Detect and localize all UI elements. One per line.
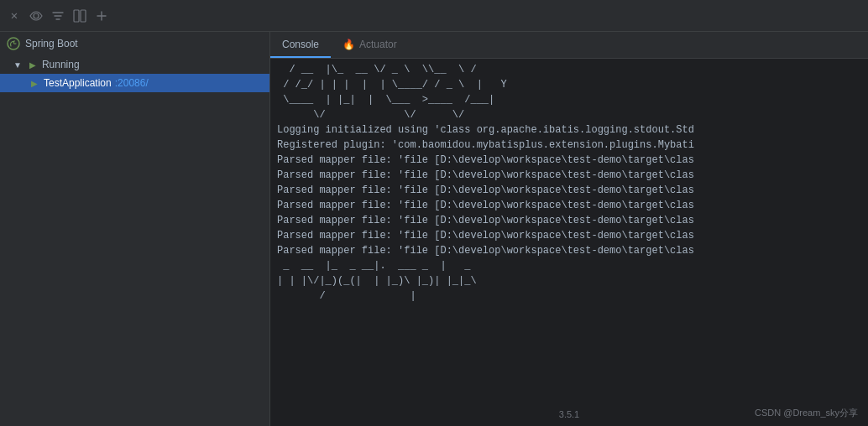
- ascii-line-1: / __ |\_ __ \/ _ \ \\__ \ /: [270, 62, 868, 77]
- console-output[interactable]: / __ |\_ __ \/ _ \ \\__ \ / / /_/ | | | …: [270, 59, 868, 322]
- console-panel: Console 🔥 Actuator / __ |\_ __ \/ _ \ \\…: [270, 32, 868, 426]
- sidebar-item-spring-boot[interactable]: Spring Boot: [0, 32, 269, 55]
- version-label: 3.5.1: [559, 409, 579, 419]
- sidebar-item-running[interactable]: ▼ ▶ Running: [0, 55, 269, 74]
- svg-rect-2: [81, 10, 86, 22]
- spring-boot-label: Spring Boot: [25, 38, 78, 49]
- watermark: CSDN @Dream_sky分享: [755, 407, 858, 419]
- mybatis-art-1: _ __ |_ _ __|. ___ _ | _: [270, 258, 868, 273]
- close-icon[interactable]: ✕: [7, 8, 22, 23]
- log-line-7: Parsed mapper file: 'file [D:\develop\wo…: [270, 213, 868, 228]
- running-play-icon: ▶: [27, 59, 39, 70]
- sidebar: Spring Boot ▼ ▶ Running ▶ TestApplicatio…: [0, 32, 270, 426]
- mybatis-art-2: | | |\/|_)(_(| | |_)\ |_)| |_|_\: [270, 273, 868, 288]
- app-play-icon: ▶: [29, 77, 40, 89]
- spring-icon: [7, 37, 20, 50]
- toolbar: ✕: [0, 0, 868, 32]
- ascii-line-2: / /_/ | | | | | \____/ / _ \ | Y: [270, 77, 868, 92]
- console-wrapper: / __ |\_ __ \/ _ \ \\__ \ / / /_/ | | | …: [270, 59, 868, 426]
- app-label: TestApplication: [44, 77, 112, 89]
- running-label: Running: [42, 59, 80, 70]
- log-line-6: Parsed mapper file: 'file [D:\develop\wo…: [270, 198, 868, 213]
- mybatis-art-3: / |: [270, 288, 868, 304]
- chevron-down-icon: ▼: [13, 60, 22, 70]
- log-line-2: Registered plugin: 'com.baomidou.mybatis…: [270, 138, 868, 153]
- tab-console[interactable]: Console: [270, 32, 331, 58]
- app-port: :20086/: [115, 77, 149, 89]
- log-line-8: Parsed mapper file: 'file [D:\develop\wo…: [270, 228, 868, 243]
- console-tab-label: Console: [282, 39, 319, 50]
- ascii-line-4: \/ \/ \/: [270, 107, 868, 122]
- split-icon[interactable]: [72, 8, 87, 23]
- log-line-1: Logging initialized using 'class org.apa…: [270, 122, 868, 138]
- blank-line: [270, 304, 868, 319]
- eye-icon[interactable]: [29, 8, 44, 23]
- tab-actuator[interactable]: 🔥 Actuator: [331, 32, 409, 58]
- filter-icon[interactable]: [50, 8, 65, 23]
- main-layout: Spring Boot ▼ ▶ Running ▶ TestApplicatio…: [0, 32, 868, 426]
- add-icon[interactable]: [94, 8, 109, 23]
- actuator-tab-label: Actuator: [359, 39, 397, 50]
- sidebar-item-test-application[interactable]: ▶ TestApplication :20086/: [0, 74, 269, 92]
- log-line-4: Parsed mapper file: 'file [D:\develop\wo…: [270, 168, 868, 183]
- tab-bar: Console 🔥 Actuator: [270, 32, 868, 59]
- svg-rect-1: [74, 10, 79, 22]
- ascii-line-3: \____ | |_| | \___ >____ /___|: [270, 92, 868, 107]
- log-line-3: Parsed mapper file: 'file [D:\develop\wo…: [270, 153, 868, 168]
- log-line-5: Parsed mapper file: 'file [D:\develop\wo…: [270, 183, 868, 198]
- svg-point-0: [34, 13, 39, 18]
- log-line-9: Parsed mapper file: 'file [D:\develop\wo…: [270, 243, 868, 258]
- actuator-icon: 🔥: [342, 39, 355, 50]
